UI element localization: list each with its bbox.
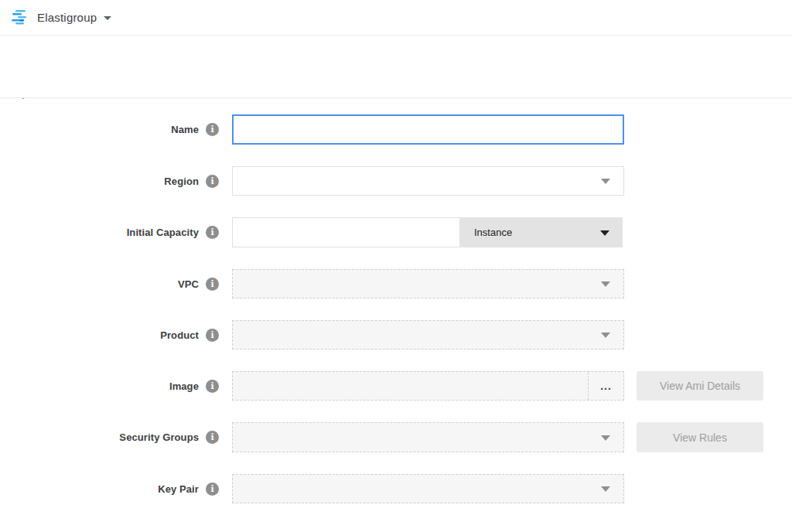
elastigroup-logo-icon <box>11 8 31 28</box>
image-info-icon[interactable]: i <box>206 380 219 393</box>
initial-capacity-input[interactable] <box>232 217 460 247</box>
product-dropdown[interactable] <box>232 320 624 350</box>
name-input[interactable] <box>232 114 624 145</box>
key-pair-dropdown[interactable] <box>232 474 624 503</box>
field-row-key-pair: Key Pair i <box>0 474 792 503</box>
key-pair-info-icon[interactable]: i <box>206 483 219 496</box>
region-label: Region <box>164 176 199 187</box>
region-dropdown[interactable] <box>232 166 624 196</box>
app-menu-caret-icon[interactable] <box>104 16 111 20</box>
field-row-vpc: VPC i <box>0 269 792 298</box>
capacity-unit-value: Instance <box>474 227 512 238</box>
field-row-product: Product i <box>0 320 792 350</box>
general-form: Name i Region i Initial Capacity i <box>0 99 792 532</box>
security-groups-label: Security Groups <box>119 431 199 443</box>
key-pair-label: Key Pair <box>158 483 199 495</box>
chevron-down-icon <box>601 281 610 287</box>
vpc-dropdown[interactable] <box>232 269 624 298</box>
image-browse-button[interactable]: ... <box>588 372 623 400</box>
vpc-label: VPC <box>178 278 199 290</box>
chevron-down-icon <box>601 332 610 338</box>
image-label: Image <box>169 380 199 392</box>
field-row-security-groups: Security Groups i View Rules <box>0 422 792 452</box>
initial-capacity-info-icon[interactable]: i <box>206 226 219 239</box>
capacity-unit-select[interactable]: Instance <box>460 217 623 247</box>
elastigroup-create-page: Elastigroup General Instance Type Persis… <box>0 0 792 532</box>
field-row-image: Image i ... View Ami Details <box>0 371 792 401</box>
product-label: Product <box>160 329 199 341</box>
region-info-icon[interactable]: i <box>206 175 219 188</box>
field-row-name: Name i <box>0 114 792 145</box>
field-row-initial-capacity: Initial Capacity i Instance <box>0 217 792 247</box>
view-rules-button[interactable]: View Rules <box>637 422 763 452</box>
wizard-tab-bar: General Instance Type Persistence Instan… <box>0 36 792 98</box>
security-groups-info-icon[interactable]: i <box>206 431 219 444</box>
chevron-down-icon <box>601 435 610 441</box>
name-label: Name <box>171 124 199 135</box>
product-info-icon[interactable]: i <box>206 329 219 342</box>
app-title[interactable]: Elastigroup <box>37 11 97 24</box>
field-row-region: Region i <box>0 166 792 196</box>
image-input[interactable]: ... <box>232 371 624 401</box>
view-ami-details-button[interactable]: View Ami Details <box>637 371 763 401</box>
name-info-icon[interactable]: i <box>206 123 219 136</box>
initial-capacity-label: Initial Capacity <box>127 227 199 238</box>
app-header: Elastigroup <box>0 0 792 36</box>
vpc-info-icon[interactable]: i <box>206 278 219 291</box>
chevron-down-icon <box>601 486 610 492</box>
chevron-down-icon <box>601 179 610 184</box>
security-groups-dropdown[interactable] <box>232 422 624 452</box>
chevron-down-icon <box>600 230 609 236</box>
